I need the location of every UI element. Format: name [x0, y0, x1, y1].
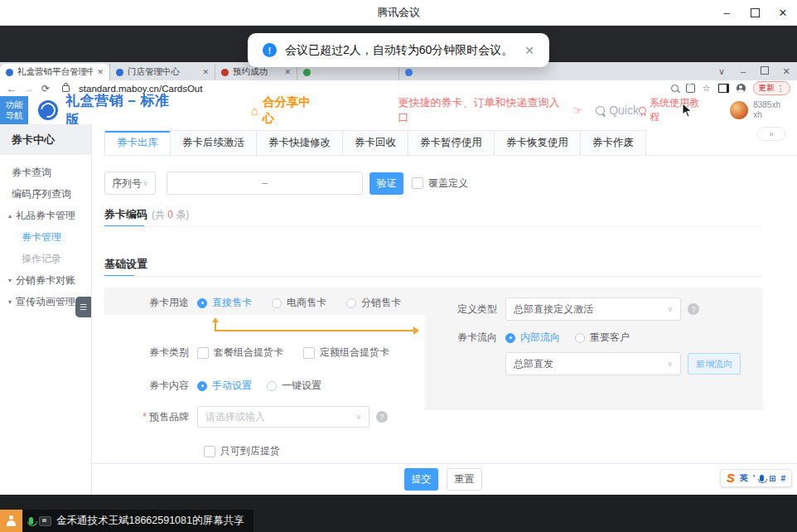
sidebar-item-card-query[interactable]: 券卡查询 [0, 162, 91, 183]
verify-button[interactable]: 验证 [370, 172, 403, 195]
tab-card-suspend[interactable]: 券卡暂停使用 [408, 131, 495, 155]
radio-internal-flow[interactable]: 内部流向 [505, 331, 560, 345]
minimize-icon[interactable]: – [712, 0, 741, 25]
radio-on-icon[interactable] [197, 298, 207, 308]
radio-one-key-setting[interactable]: 一键设置 [267, 379, 321, 393]
update-button[interactable]: 更新 ⋮ [753, 81, 791, 95]
tab-card-quick-edit[interactable]: 券卡快捷修改 [257, 131, 343, 155]
profile-icon[interactable] [737, 84, 746, 93]
tab-card-void[interactable]: 券卡作废 [581, 131, 645, 155]
zoom-icon[interactable] [671, 85, 679, 92]
nav-label-line2: 导航 [6, 110, 23, 121]
function-nav-button[interactable]: 功能 导航 [0, 96, 28, 124]
radio-off-icon[interactable] [267, 381, 277, 391]
ime-punct-icon[interactable]: ' [753, 474, 755, 483]
sidebar-item-code-sequence-query[interactable]: 编码序列查询 [0, 183, 91, 205]
radio-on-icon[interactable] [505, 333, 515, 343]
connector-arrow-up [215, 319, 216, 331]
bookmark-star-icon[interactable]: ☆ [703, 83, 711, 94]
radio-distribution-sale[interactable]: 分销售卡 [346, 296, 401, 310]
browser-close-icon[interactable]: ✕ [775, 66, 797, 77]
close-icon[interactable]: ✕ [769, 0, 797, 25]
define-type-select[interactable]: 总部直接定义激活 ∨ [505, 297, 681, 321]
tab-label: 券卡快捷修改 [268, 136, 331, 150]
sidebar-item-label: 宣传动画管理 [16, 295, 75, 309]
browser-tab-2[interactable]: 门店管理中心 ✕ [109, 64, 215, 80]
checkbox-fixed-combo-card[interactable]: 定额组合提货卡 [303, 346, 389, 360]
radio-direct-sale[interactable]: 直接售卡 [197, 296, 252, 310]
checkbox-icon[interactable] [197, 347, 209, 359]
quick-entry-link[interactable]: 更快捷的券卡、订单和快递查询入口 ☞ [398, 95, 582, 125]
radio-on-icon[interactable] [197, 381, 207, 391]
checkbox-icon[interactable] [303, 347, 315, 359]
submit-button[interactable]: 提交 [404, 468, 438, 491]
tab-close-icon[interactable]: ✕ [202, 68, 209, 76]
share-icon[interactable] [686, 84, 695, 93]
tab-close-icon[interactable]: ✕ [97, 68, 104, 76]
share-center-label: 合分享中心 [263, 94, 322, 126]
radio-off-icon[interactable] [272, 298, 282, 308]
ime-board-icon[interactable]: ⊞ [769, 474, 775, 483]
reset-button[interactable]: 重置 [447, 468, 482, 491]
user-name: 8385xh xh [753, 100, 780, 120]
reload-icon[interactable]: ⟳ [41, 83, 50, 94]
tab-close-icon[interactable]: ✕ [284, 68, 291, 76]
serial-range-input[interactable] [167, 172, 363, 195]
overwrite-option[interactable]: 覆盖定义 [412, 177, 468, 191]
radio-manual-setting[interactable]: 手动设置 [197, 379, 252, 393]
flow-select[interactable]: 总部直发 ∨ [505, 352, 681, 375]
radio-ecommerce-sale[interactable]: 电商售卡 [272, 296, 326, 310]
checkbox-store-pickup-only[interactable]: 只可到店提货 [204, 444, 280, 458]
user-menu[interactable]: 8385xh xh [730, 100, 780, 120]
sidebar-item-card-management[interactable]: 券卡管理 [0, 226, 91, 248]
help-icon[interactable]: ? [688, 303, 699, 315]
browser-maximize-icon[interactable] [754, 66, 775, 76]
tab-card-recycle[interactable]: 券卡回收 [343, 131, 408, 155]
side-panel-icon[interactable] [718, 84, 729, 93]
ime-tools-icon[interactable]: # [780, 474, 785, 483]
sidebar-item-operation-log[interactable]: 操作记录 [0, 248, 91, 269]
radio-label: 重要客户 [590, 331, 630, 345]
radio-important-customer[interactable]: 重要客户 [575, 331, 630, 345]
basic-settings-header: 基础设置 [104, 257, 147, 272]
tab-card-restore[interactable]: 券卡恢复使用 [495, 131, 581, 155]
overwrite-checkbox[interactable] [412, 177, 423, 189]
radio-off-icon[interactable] [575, 333, 585, 343]
tab-card-activation[interactable]: 券卡后续激活 [171, 131, 257, 155]
sidebar-group-gift-card-management[interactable]: ▴ 礼品券卡管理 [0, 205, 91, 226]
back-icon[interactable]: ← [7, 83, 17, 94]
help-icon[interactable]: ? [376, 411, 388, 423]
expand-panel-button[interactable]: » [757, 127, 785, 141]
user-sub: xh [753, 110, 762, 119]
forward-icon[interactable]: → [24, 83, 34, 94]
tab-label: 礼盒营销平台管理中心 [17, 66, 93, 78]
add-flow-button[interactable]: 新增流向 [688, 353, 741, 375]
sidebar: 券卡中心 券卡查询 编码序列查询 ▴ 礼品券卡管理 券卡管理 操作记录 ▾ 分销… [0, 124, 92, 495]
checkbox-icon[interactable] [204, 446, 215, 457]
tutorial-link[interactable]: 系统使用教程 [639, 96, 708, 124]
sidebar-group-distribution-reconciliation[interactable]: ▾ 分销券卡对账 [0, 269, 91, 291]
serial-type-select[interactable]: 序列号 ∨ [104, 172, 156, 195]
toast-close-icon[interactable]: ✕ [524, 44, 534, 57]
tab-label: 券卡暂停使用 [420, 136, 482, 150]
checkbox-package-combo-card[interactable]: 套餐组合提货卡 [197, 346, 283, 360]
ime-toolbar[interactable]: S 英 ' ⊞ # [720, 469, 792, 487]
card-code-section-header: 券卡编码 (共 0 条) [104, 207, 189, 222]
browser-tab-1[interactable]: 礼盒营销平台管理中心 ✕ [0, 64, 109, 80]
define-type-row: 定义类型 总部直接定义激活 ∨ ? [454, 297, 699, 321]
tab-card-outbound[interactable]: 券卡出库 [105, 131, 171, 155]
radio-off-icon[interactable] [346, 298, 356, 308]
tab-search-chevron-icon[interactable]: ∨ [711, 66, 732, 77]
sidebar-item-label: 编码序列查询 [12, 187, 71, 201]
maximize-icon[interactable] [741, 0, 769, 25]
ime-mode-label[interactable]: 英 [740, 472, 748, 484]
presale-brand-select[interactable]: 请选择或输入 ∨ [197, 406, 370, 428]
sidebar-collapse-handle[interactable]: ☰ [75, 297, 91, 317]
ime-mic-icon[interactable] [760, 475, 764, 481]
home-icon: ⌂ [251, 104, 258, 118]
overwrite-label: 覆盖定义 [428, 177, 468, 191]
browser-minimize-icon[interactable]: – [732, 66, 754, 76]
card-usage-row: 券卡用途 直接售卡 电商售卡 分销售卡 [113, 296, 421, 310]
share-center-link[interactable]: ⌂ 合分享中心 [251, 94, 322, 126]
quick-search[interactable]: Quick [596, 104, 639, 117]
